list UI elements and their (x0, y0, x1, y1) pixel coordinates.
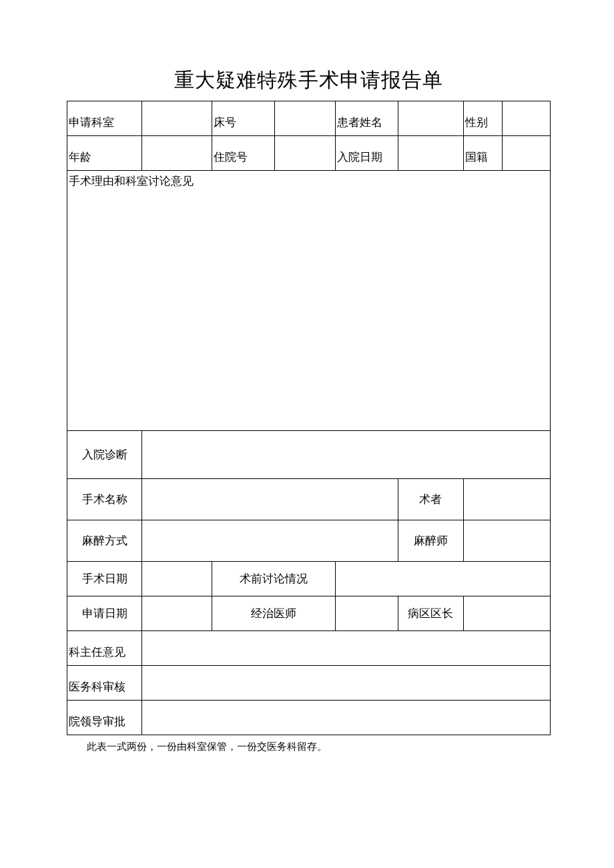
application-form-table: 申请科室 床号 患者姓名 性别 年龄 住院号 入院日期 国籍 手术理由和科室讨论… (67, 101, 551, 735)
ward-chief-value[interactable] (463, 596, 550, 631)
surgeon-value[interactable] (463, 479, 550, 520)
surgery-date-label: 手术日期 (67, 562, 142, 596)
dept-value[interactable] (142, 101, 212, 136)
surgeon-label: 术者 (398, 479, 463, 520)
reason-label: 手术理由和科室讨论意见 (69, 175, 194, 187)
anesthesia-label: 麻醉方式 (67, 520, 142, 562)
surgery-name-label: 手术名称 (67, 479, 142, 520)
bed-value[interactable] (275, 101, 336, 136)
admission-no-label: 住院号 (212, 136, 275, 171)
apply-date-value[interactable] (142, 596, 212, 631)
age-label: 年龄 (67, 136, 142, 171)
admission-date-label: 入院日期 (335, 136, 398, 171)
footer-note: 此表一式两份，一份由科室保管，一份交医务科留存。 (67, 741, 551, 753)
preop-label: 术前讨论情况 (212, 562, 336, 596)
patient-label: 患者姓名 (335, 101, 398, 136)
anesthetist-label: 麻醉师 (398, 520, 463, 562)
admission-no-value[interactable] (275, 136, 336, 171)
surgery-date-value[interactable] (142, 562, 212, 596)
patient-value[interactable] (398, 101, 463, 136)
reason-cell[interactable]: 手术理由和科室讨论意见 (67, 171, 551, 431)
form-title: 重大疑难特殊手术申请报告单 (67, 67, 551, 94)
gender-value[interactable] (502, 101, 550, 136)
ward-chief-label: 病区区长 (398, 596, 463, 631)
apply-date-label: 申请日期 (67, 596, 142, 631)
attending-value[interactable] (335, 596, 398, 631)
nationality-label: 国籍 (463, 136, 502, 171)
gender-label: 性别 (463, 101, 502, 136)
nationality-value[interactable] (502, 136, 550, 171)
age-value[interactable] (142, 136, 212, 171)
bed-label: 床号 (212, 101, 275, 136)
anesthetist-value[interactable] (463, 520, 550, 562)
medical-review-value[interactable] (142, 666, 551, 701)
dept-label: 申请科室 (67, 101, 142, 136)
attending-label: 经治医师 (212, 596, 336, 631)
dept-head-value[interactable] (142, 631, 551, 666)
admission-date-value[interactable] (398, 136, 463, 171)
preop-value[interactable] (335, 562, 550, 596)
diagnosis-value[interactable] (142, 431, 551, 479)
hospital-approval-value[interactable] (142, 701, 551, 735)
surgery-name-value[interactable] (142, 479, 398, 520)
medical-review-label: 医务科审核 (67, 666, 142, 701)
dept-head-label: 科主任意见 (67, 631, 142, 666)
anesthesia-value[interactable] (142, 520, 398, 562)
diagnosis-label: 入院诊断 (67, 431, 142, 479)
hospital-approval-label: 院领导审批 (67, 701, 142, 735)
